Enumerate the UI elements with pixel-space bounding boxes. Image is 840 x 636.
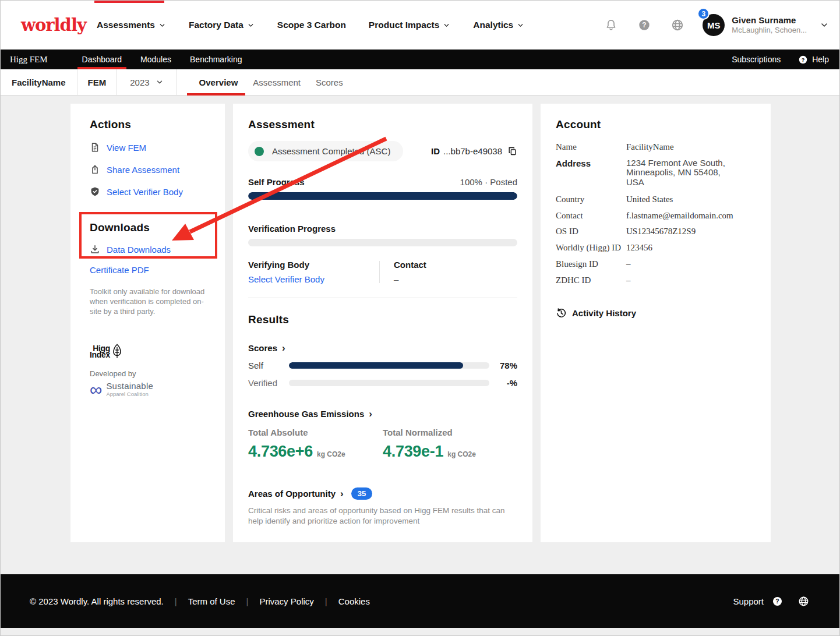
menu-item-factory-data[interactable]: Factory Data (186, 20, 257, 30)
account-row-country: Country United States (556, 195, 756, 205)
sac-name: Sustainable (106, 381, 153, 390)
total-absolute-block: Total Absolute 4.736e+6 kg CO2e (248, 427, 383, 461)
help-filled-icon: ? (798, 55, 808, 65)
share-icon (90, 164, 100, 175)
certificate-pdf-link[interactable]: Certificate PDF (90, 264, 213, 275)
chevron-down-icon (247, 22, 255, 29)
document-icon (90, 142, 100, 153)
top-navigation: worldly Assessments Factory Data Scope 3… (1, 1, 839, 50)
higg-logo-word2: Index (90, 352, 110, 358)
infinity-icon: ∞ (90, 383, 102, 396)
data-downloads-link[interactable]: Data Downloads (90, 243, 213, 255)
copyright-text: © 2023 Wordly. All rights reserved. (30, 596, 164, 606)
module-cell[interactable]: FEM (77, 69, 118, 95)
tab-scores[interactable]: Scores (310, 69, 348, 95)
section-divider (248, 298, 517, 298)
menu-item-assessments[interactable]: Assessments (94, 20, 168, 30)
results-title: Results (248, 313, 517, 326)
shield-check-icon (90, 186, 100, 197)
top-nav-right: MS 3 Given Surname McLaughlin, Schoen... (605, 14, 839, 36)
downloads-title: Downloads (90, 221, 213, 234)
actions-title: Actions (90, 118, 213, 131)
chevron-right-icon: › (340, 491, 344, 497)
globe-language-icon[interactable] (671, 19, 684, 31)
svg-text:?: ? (775, 598, 779, 604)
help-circle-icon[interactable] (638, 19, 651, 31)
toolkit-note: Toolkit only available for download when… (90, 287, 206, 316)
facility-name-cell[interactable]: FacilityName (1, 69, 77, 95)
actions-panel: Actions View FEM Share Assessment Select… (70, 104, 225, 542)
appbar-item-benchmarking[interactable]: Benchmarking (182, 50, 250, 69)
activity-history-link[interactable]: Activity History (556, 308, 756, 319)
areas-of-opportunity-link[interactable]: Areas of Opportunity › (248, 489, 344, 499)
view-fem-link[interactable]: View FEM (90, 142, 213, 153)
user-avatar[interactable]: MS 3 (703, 14, 725, 36)
appbar-item-dashboard[interactable]: Dashboard (75, 50, 130, 69)
support-link[interactable]: Support (733, 596, 764, 606)
total-absolute-unit: kg CO2e (317, 450, 345, 458)
terms-of-use-link[interactable]: Term of Use (188, 596, 235, 606)
total-normalized-value: 4.739e-1 (383, 443, 443, 461)
chevron-down-icon (443, 22, 450, 29)
year-dropdown[interactable]: 2023 (117, 69, 177, 95)
appbar-item-modules[interactable]: Modules (133, 50, 179, 69)
scores-link[interactable]: Scores › (248, 343, 517, 353)
notifications-bell-icon[interactable] (605, 19, 617, 31)
menu-item-scope3-carbon[interactable]: Scope 3 Carbon (275, 20, 348, 30)
page-footer: © 2023 Wordly. All rights reserved. | Te… (1, 574, 839, 628)
total-absolute-value: 4.736e+6 (248, 443, 313, 461)
active-nav-indicator (94, 1, 164, 3)
worldly-dashboard-page: { "colors": { "brand_red": "#e8252d", "a… (0, 0, 840, 636)
sac-logo: ∞ Sustainable Apparel Coalition (90, 381, 213, 397)
tab-overview[interactable]: Overview (194, 69, 243, 95)
score-row-self: Self 78% (248, 361, 517, 370)
menu-item-product-impacts[interactable]: Product Impacts (366, 20, 453, 30)
copy-icon[interactable] (507, 146, 517, 156)
self-progress-value: 100% · Posted (460, 177, 517, 187)
leaf-icon (111, 344, 123, 359)
total-normalized-unit: kg CO2e (447, 450, 476, 458)
menu-item-analytics[interactable]: Analytics (471, 20, 527, 30)
developed-by-label: Developed by (90, 369, 213, 378)
self-progress-label: Self Progress (248, 177, 305, 187)
download-icon (90, 244, 100, 255)
app-bar: Higg FEM Dashboard Modules Benchmarking … (1, 50, 839, 69)
account-panel: Account Name FacilityName Address 1234 F… (541, 104, 771, 542)
cookies-link[interactable]: Cookies (338, 596, 370, 606)
account-row-bluesign-id: Bluesign ID – (556, 259, 756, 270)
account-row-address: Address 1234 Fremont Ave South, Minneapo… (556, 158, 756, 188)
higg-index-logo: Higg Index (90, 344, 213, 359)
account-chevron-down-icon[interactable] (820, 20, 829, 30)
account-title: Account (556, 118, 756, 131)
chevron-down-icon (517, 22, 524, 29)
chevron-down-icon (158, 22, 166, 29)
context-tabs: Overview Assessment Scores (194, 69, 353, 95)
worldly-logo[interactable]: worldly (21, 15, 84, 35)
privacy-policy-link[interactable]: Privacy Policy (259, 596, 313, 606)
status-badge: Assessment Completed (ASC) (248, 141, 403, 161)
chevron-right-icon: › (282, 345, 285, 351)
select-verifier-body-action[interactable]: Select Verifier Body (248, 274, 379, 284)
areas-of-opportunity-count-badge[interactable]: 35 (351, 487, 372, 500)
help-link[interactable]: ? Help (798, 55, 829, 65)
user-info: Given Surname McLaughlin, Schoen... (732, 15, 807, 36)
product-name: Higg FEM (1, 55, 57, 65)
ghg-emissions-link[interactable]: Greenhouse Gas Emissions › (248, 409, 517, 419)
total-absolute-label: Total Absolute (248, 427, 383, 437)
subscriptions-link[interactable]: Subscriptions (732, 55, 781, 64)
context-bar: FacilityName FEM 2023 Overview Assessmen… (1, 69, 839, 96)
footer-globe-icon[interactable] (798, 596, 809, 607)
verifying-body-block: Verifying Body Select Verifier Body (248, 260, 379, 284)
tab-assessment[interactable]: Assessment (248, 69, 306, 95)
share-assessment-link[interactable]: Share Assessment (90, 164, 213, 175)
select-verifier-body-link[interactable]: Select Verifier Body (90, 186, 213, 197)
support-help-icon[interactable]: ? (772, 596, 783, 607)
self-progress-bar (248, 192, 517, 200)
contact-value: – (394, 274, 511, 284)
chevron-down-icon (156, 78, 164, 86)
account-row-os-id: OS ID US12345678Z12S9 (556, 227, 756, 237)
assessment-panel: Assessment Assessment Completed (ASC) ID… (233, 104, 532, 542)
contact-block: Contact – (380, 260, 511, 284)
svg-text:?: ? (802, 56, 805, 62)
verification-progress-label: Verification Progress (248, 224, 336, 234)
